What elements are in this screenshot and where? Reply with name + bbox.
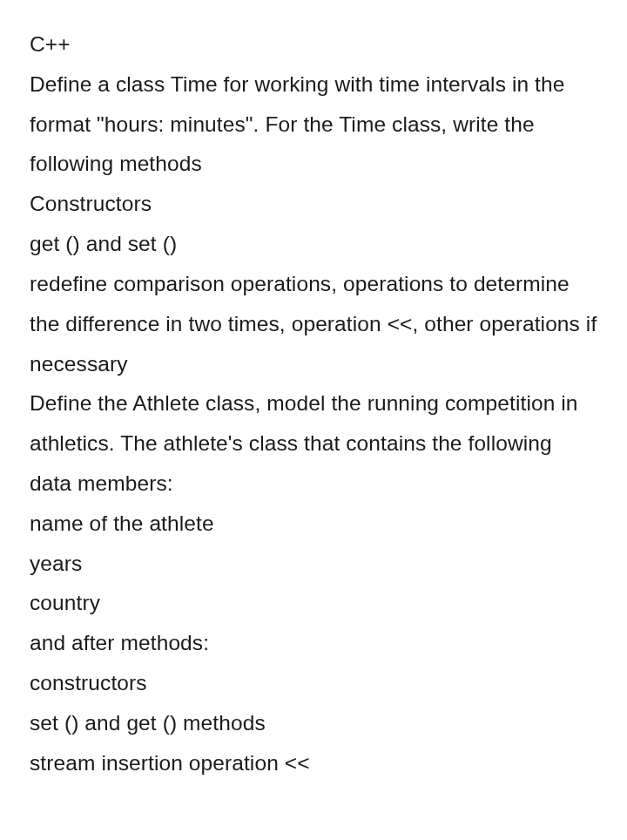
text-line: set () and get () methods	[30, 703, 597, 743]
document-content: C++ Define a class Time for working with…	[30, 24, 597, 782]
text-line: constructors	[30, 663, 597, 703]
text-line: country	[30, 583, 597, 623]
text-line: Constructors	[30, 184, 597, 224]
text-line: name of the athlete	[30, 504, 597, 544]
text-line: years	[30, 544, 597, 584]
text-line: get () and set ()	[30, 224, 597, 264]
text-line: redefine comparison operations, operatio…	[30, 264, 597, 383]
text-line: C++	[30, 24, 597, 64]
text-line: and after methods:	[30, 623, 597, 663]
text-line: Define the Athlete class, model the runn…	[30, 383, 597, 503]
text-line: stream insertion operation <<	[30, 743, 597, 783]
text-line: Define a class Time for working with tim…	[30, 64, 597, 184]
